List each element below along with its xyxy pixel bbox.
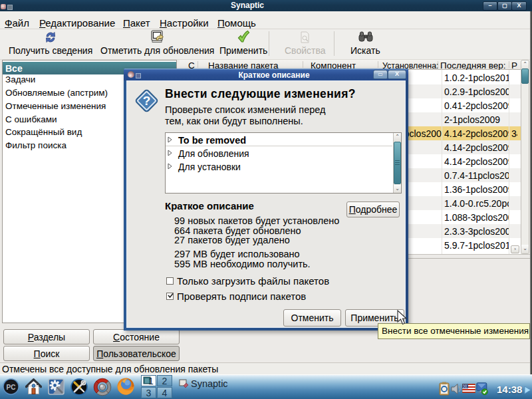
- svg-text:?: ?: [143, 94, 151, 108]
- svg-text:PC: PC: [7, 384, 16, 391]
